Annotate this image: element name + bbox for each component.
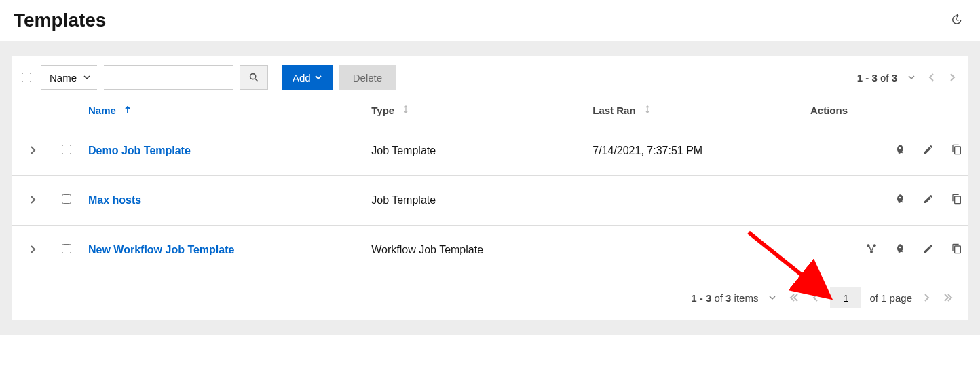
double-chevron-right-icon xyxy=(943,294,953,302)
table-row: New Workflow Job TemplateWorkflow Job Te… xyxy=(12,226,968,275)
foot-pag-start: 1 xyxy=(691,292,696,304)
row-checkbox[interactable] xyxy=(62,244,71,253)
next-page-button[interactable] xyxy=(946,71,958,84)
copy-icon[interactable] xyxy=(951,243,962,257)
page-title: Templates xyxy=(14,10,106,31)
sort-icon xyxy=(644,105,651,116)
search-input[interactable] xyxy=(104,65,233,90)
chevron-down-icon xyxy=(315,74,322,81)
expand-toggle[interactable] xyxy=(12,226,53,275)
filter-field-dropdown[interactable]: Name xyxy=(41,65,97,90)
template-name-link[interactable]: Max hosts xyxy=(88,194,141,206)
row-checkbox[interactable] xyxy=(62,145,71,154)
svg-point-0 xyxy=(250,74,256,80)
filter-field-label: Name xyxy=(50,72,77,84)
col-actions: Actions xyxy=(805,98,968,126)
launch-icon[interactable] xyxy=(894,243,905,257)
add-button-label: Add xyxy=(293,72,311,84)
row-actions xyxy=(805,126,968,176)
sort-asc-icon xyxy=(124,105,131,116)
edit-icon[interactable] xyxy=(923,243,934,257)
edit-icon[interactable] xyxy=(923,194,934,207)
top-pag-of: of xyxy=(880,72,889,84)
chevron-left-icon xyxy=(928,73,935,82)
chevron-left-icon xyxy=(812,294,819,302)
page-number-input[interactable] xyxy=(830,287,861,308)
table-row: Max hostsJob Template xyxy=(12,176,968,226)
prev-page-button[interactable] xyxy=(926,71,938,84)
edit-icon[interactable] xyxy=(923,144,934,158)
sort-icon xyxy=(402,105,409,116)
per-page-dropdown[interactable] xyxy=(905,71,918,84)
foot-pag-total: 3 xyxy=(725,292,731,304)
template-name-link[interactable]: New Workflow Job Template xyxy=(88,244,234,255)
expand-toggle[interactable] xyxy=(12,126,53,176)
col-name[interactable]: Name xyxy=(83,98,366,126)
row-actions xyxy=(805,176,968,226)
expand-toggle[interactable] xyxy=(12,176,53,226)
chevron-down-icon xyxy=(83,74,90,81)
visualizer-icon[interactable] xyxy=(866,243,877,257)
foot-of-label: of 1 page xyxy=(869,292,912,304)
svg-point-4 xyxy=(870,251,873,253)
foot-pag-end: 3 xyxy=(706,292,711,304)
foot-pag-items: items xyxy=(734,292,759,304)
copy-icon[interactable] xyxy=(951,144,962,158)
history-icon xyxy=(950,14,962,26)
search-button[interactable] xyxy=(240,65,268,90)
prev-page-button[interactable] xyxy=(810,292,822,303)
row-checkbox[interactable] xyxy=(62,194,71,204)
template-last-ran: 7/14/2021, 7:37:51 PM xyxy=(587,126,805,176)
template-type: Job Template xyxy=(366,126,587,176)
first-page-button[interactable] xyxy=(787,292,802,303)
col-type[interactable]: Type xyxy=(366,98,587,126)
launch-icon[interactable] xyxy=(894,144,905,158)
top-pagination: 1 - 3 of 3 xyxy=(857,71,958,84)
svg-line-1 xyxy=(255,79,257,81)
template-last-ran xyxy=(587,176,805,226)
top-pag-end: 3 xyxy=(871,72,877,84)
chevron-right-icon xyxy=(923,294,930,302)
col-type-label: Type xyxy=(371,105,394,116)
template-type: Job Template xyxy=(366,176,587,226)
chevron-right-icon xyxy=(949,73,956,82)
next-page-button[interactable] xyxy=(920,292,932,303)
col-last-ran[interactable]: Last Ran xyxy=(587,98,805,126)
add-button[interactable]: Add xyxy=(282,65,333,90)
col-last-ran-label: Last Ran xyxy=(592,105,635,116)
copy-icon[interactable] xyxy=(951,194,962,207)
search-icon xyxy=(248,72,259,83)
foot-pag-of: of xyxy=(714,292,723,304)
double-chevron-left-icon xyxy=(789,294,799,302)
template-name-link[interactable]: Demo Job Template xyxy=(88,145,191,156)
row-actions xyxy=(805,226,968,275)
items-per-page-dropdown[interactable] xyxy=(766,293,778,302)
template-last-ran xyxy=(587,226,805,275)
history-button[interactable] xyxy=(947,11,965,31)
launch-icon[interactable] xyxy=(894,194,905,207)
delete-button[interactable]: Delete xyxy=(339,65,396,90)
table-row: Demo Job TemplateJob Template7/14/2021, … xyxy=(12,126,968,176)
select-all-checkbox[interactable] xyxy=(22,73,31,82)
template-type: Workflow Job Template xyxy=(366,226,587,275)
last-page-button[interactable] xyxy=(941,292,956,303)
top-pag-total: 3 xyxy=(892,72,897,84)
col-name-label: Name xyxy=(88,105,116,116)
top-pag-start: 1 xyxy=(857,72,863,84)
